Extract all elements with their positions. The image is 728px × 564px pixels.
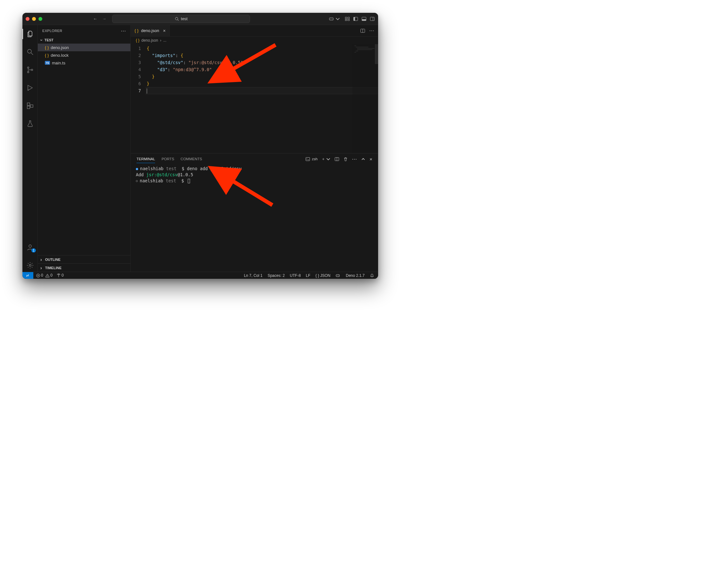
maximize-window-button[interactable] xyxy=(38,17,42,21)
svg-point-39 xyxy=(338,275,339,276)
new-terminal-icon[interactable]: ＋ xyxy=(321,157,331,162)
svg-rect-28 xyxy=(306,157,310,161)
svg-point-19 xyxy=(31,69,33,71)
layout-customize-icon[interactable] xyxy=(345,16,350,21)
terminal-profile[interactable]: zsh xyxy=(305,157,318,162)
nav-back-icon[interactable]: ← xyxy=(92,16,99,21)
copilot-button[interactable] xyxy=(329,16,340,21)
copilot-icon xyxy=(329,16,334,21)
timeline-section[interactable]: TIMELINE xyxy=(38,263,130,272)
panel-host: TERMINAL PORTS COMMENTS zsh ＋ ⋯ xyxy=(131,153,378,272)
copilot-status-icon[interactable] xyxy=(335,273,340,278)
svg-point-20 xyxy=(28,89,29,91)
panel-tab-ports[interactable]: PORTS xyxy=(161,155,174,163)
nav-arrows: ← → xyxy=(92,16,108,21)
toggle-secondary-sidebar-icon[interactable] xyxy=(370,16,375,21)
status-deno[interactable]: Deno 2.1.7 xyxy=(346,273,365,278)
ts-icon: TS xyxy=(45,61,50,65)
svg-point-38 xyxy=(337,275,338,276)
svg-line-1 xyxy=(178,20,178,21)
activity-accounts[interactable]: 1 xyxy=(22,241,38,254)
svg-rect-21 xyxy=(27,103,30,105)
nav-forward-icon[interactable]: → xyxy=(101,16,108,21)
svg-rect-2 xyxy=(329,18,333,20)
warning-icon xyxy=(45,273,50,278)
file-main-ts[interactable]: TS main.ts xyxy=(38,59,130,67)
editor-tabs: { } deno.json × ⋯ xyxy=(131,25,378,37)
toggle-primary-sidebar-icon[interactable] xyxy=(353,16,358,21)
code-editor[interactable]: 1 2 3 4 5 6 7 { "imports": { "@std/csv":… xyxy=(131,44,378,153)
activity-testing[interactable] xyxy=(22,117,38,130)
svg-rect-8 xyxy=(348,19,350,21)
svg-rect-37 xyxy=(336,274,340,277)
kill-terminal-icon[interactable] xyxy=(343,157,348,162)
status-eol[interactable]: LF xyxy=(306,273,310,278)
status-language[interactable]: { } JSON xyxy=(316,273,331,278)
svg-rect-7 xyxy=(345,19,347,21)
status-cursor-position[interactable]: Ln 7, Col 1 xyxy=(244,273,262,278)
breadcrumb[interactable]: { } deno.json › ... xyxy=(131,37,378,44)
status-encoding[interactable]: UTF-8 xyxy=(290,273,301,278)
svg-point-24 xyxy=(29,245,31,247)
tab-deno-json[interactable]: { } deno.json × xyxy=(131,25,170,36)
panel-more-icon[interactable]: ⋯ xyxy=(352,156,357,162)
svg-rect-23 xyxy=(30,105,33,107)
svg-point-35 xyxy=(47,277,48,277)
remote-indicator[interactable] xyxy=(22,272,33,279)
toggle-panel-icon[interactable] xyxy=(361,16,367,21)
file-deno-json[interactable]: { } deno.json xyxy=(38,44,130,51)
svg-point-3 xyxy=(330,19,331,19)
file-deno-lock[interactable]: { } deno.lock xyxy=(38,51,130,59)
search-text: test xyxy=(181,16,188,21)
activity-extensions[interactable] xyxy=(22,99,38,112)
activity-run-debug[interactable] xyxy=(22,81,38,94)
svg-point-0 xyxy=(175,17,178,20)
gear-icon xyxy=(26,261,34,269)
svg-rect-12 xyxy=(362,19,366,21)
line-gutter: 1 2 3 4 5 6 7 xyxy=(131,45,145,153)
close-window-button[interactable] xyxy=(26,17,29,21)
split-terminal-icon[interactable] xyxy=(335,157,339,162)
svg-rect-22 xyxy=(27,106,30,109)
extensions-icon xyxy=(26,102,34,110)
split-editor-icon[interactable] xyxy=(360,28,365,33)
status-bar: 0 0 0 Ln 7, Col 1 Spaces: 2 UTF-8 LF { }… xyxy=(22,272,378,279)
json-icon: { } xyxy=(45,45,49,50)
radio-tower-icon xyxy=(56,273,61,278)
terminal-cursor xyxy=(188,179,190,183)
editor-cursor xyxy=(147,88,147,94)
status-ports[interactable]: 0 xyxy=(56,273,64,278)
panel-maximize-icon[interactable] xyxy=(361,157,366,162)
svg-point-18 xyxy=(27,71,29,73)
panel-tab-comments[interactable]: COMMENTS xyxy=(181,155,202,163)
chevron-down-icon xyxy=(335,16,340,21)
minimap[interactable] xyxy=(352,44,378,153)
bell-icon[interactable] xyxy=(370,273,374,278)
terminal[interactable]: naelshiab test $ deno add jsr:@std/csv A… xyxy=(131,164,378,272)
close-tab-icon[interactable]: × xyxy=(162,28,166,33)
editor-more-icon[interactable]: ⋯ xyxy=(369,28,374,34)
activity-bar: 1 xyxy=(22,25,38,272)
traffic-lights xyxy=(26,17,42,21)
activity-source-control[interactable] xyxy=(22,63,38,76)
activity-manage[interactable] xyxy=(22,259,38,272)
svg-rect-13 xyxy=(370,17,375,21)
outline-section[interactable]: OUTLINE xyxy=(38,255,130,263)
status-problems[interactable]: 0 0 xyxy=(36,273,53,278)
panel-tab-terminal[interactable]: TERMINAL xyxy=(137,155,155,163)
search-icon xyxy=(175,17,179,21)
status-indent[interactable]: Spaces: 2 xyxy=(268,273,285,278)
panel-close-icon[interactable]: × xyxy=(369,156,372,162)
project-root[interactable]: TEST xyxy=(38,37,130,44)
debug-icon xyxy=(26,84,34,92)
activity-search[interactable] xyxy=(22,46,38,58)
svg-line-16 xyxy=(31,53,33,55)
minimize-window-button[interactable] xyxy=(32,17,36,21)
activity-explorer[interactable] xyxy=(22,28,38,40)
error-icon xyxy=(36,273,40,278)
explorer-more-icon[interactable]: ⋯ xyxy=(121,28,126,34)
command-center-search[interactable]: test xyxy=(112,15,250,23)
titlebar: ← → test xyxy=(22,13,378,25)
search-icon xyxy=(26,48,34,56)
json-icon: { } xyxy=(45,53,49,58)
